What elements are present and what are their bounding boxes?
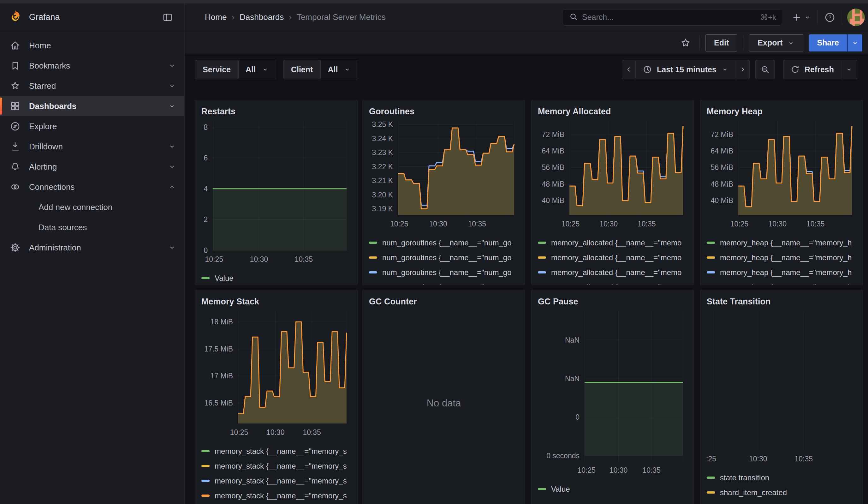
chevron-down-icon[interactable] xyxy=(168,244,176,252)
y-axis-tick: 16.5 MiB xyxy=(204,399,233,407)
panel-title[interactable]: Memory Allocated xyxy=(538,105,688,118)
y-axis-tick: 6 xyxy=(204,154,208,162)
chart-plot-area[interactable]: 10:2510:3010:35 xyxy=(707,311,856,464)
chevron-down-icon xyxy=(787,39,795,47)
legend-item[interactable]: memory_stack {__name__="memory_s xyxy=(202,473,351,488)
legend-item[interactable]: memory_heap {__name__="memory_h xyxy=(707,280,856,285)
legend-item[interactable]: num_goroutines {__name__="num_go xyxy=(369,235,519,250)
legend-item[interactable]: shard_item_created xyxy=(707,485,856,500)
legend-item[interactable]: num_goroutines {__name__="num_go xyxy=(369,250,519,265)
chart-plot-area[interactable]: 8642010:2510:3010:35 xyxy=(202,121,351,265)
panel-gc-pause: GC PauseNaNNaN00 seconds10:2510:3010:35V… xyxy=(531,290,694,504)
x-axis-tick: 10:35 xyxy=(303,428,321,436)
legend-item[interactable]: memory_stack {__name__="memory_s xyxy=(202,488,351,503)
y-axis-tick: 3.25 K xyxy=(372,121,393,128)
chart-plot-area[interactable]: 3.25 K3.24 K3.23 K3.22 K3.21 K3.20 K3.19… xyxy=(369,121,519,229)
panel-title[interactable]: State Transition xyxy=(707,295,856,308)
sidebar-item-bookmarks[interactable]: Bookmarks xyxy=(0,55,184,76)
chart-plot-area[interactable]: NaNNaN00 seconds10:2510:3010:35 xyxy=(538,311,688,476)
dashboard-grid: Restarts8642010:2510:3010:35ValueGorouti… xyxy=(185,85,868,504)
sidebar-item-label: Bookmarks xyxy=(29,61,70,71)
panel-title[interactable]: Memory Stack xyxy=(202,295,351,308)
share-menu-button[interactable] xyxy=(847,34,862,51)
sidebar-item-drilldown[interactable]: Drilldown xyxy=(0,136,184,157)
breadcrumb-home[interactable]: Home xyxy=(205,12,227,22)
legend-item[interactable]: num_goroutines {__name__="num_go xyxy=(369,280,519,285)
sidebar-item-administration[interactable]: Administration xyxy=(0,237,184,258)
variable-client[interactable]: Client All xyxy=(283,60,358,79)
panel-title[interactable]: GC Pause xyxy=(538,295,688,308)
edit-button[interactable]: Edit xyxy=(705,34,737,51)
panel-legend: Value xyxy=(202,271,351,285)
sidebar-item-data-sources[interactable]: Data sources xyxy=(0,217,184,237)
help-button[interactable]: ? xyxy=(822,9,838,26)
new-button[interactable] xyxy=(789,9,814,26)
chevron-down-icon xyxy=(851,39,859,47)
favorite-star-button[interactable] xyxy=(678,34,694,52)
sidebar-item-add-new-connection[interactable]: Add new connection xyxy=(0,197,184,217)
legend-item[interactable]: memory_allocated {__name__="memo xyxy=(538,250,688,265)
chevron-down-icon[interactable] xyxy=(168,62,176,70)
refresh-icon xyxy=(790,65,800,74)
refresh-interval-button[interactable] xyxy=(841,60,857,79)
chevron-down-icon xyxy=(804,13,811,21)
legend-item[interactable]: Value xyxy=(538,482,688,496)
legend-item[interactable]: memory_heap {__name__="memory_h xyxy=(707,265,856,280)
legend-item[interactable]: memory_allocated {__name__="memo xyxy=(538,280,688,285)
variable-service[interactable]: Service All xyxy=(195,60,276,79)
sidebar-item-alerting[interactable]: Alerting xyxy=(0,157,184,177)
chevron-down-icon[interactable] xyxy=(168,102,176,110)
panel-title[interactable]: GC Counter xyxy=(369,295,519,308)
compass-icon xyxy=(10,121,21,132)
sidebar-item-connections[interactable]: Connections xyxy=(0,177,184,197)
variable-value-dropdown[interactable]: All xyxy=(320,60,358,79)
chevron-up-icon[interactable] xyxy=(168,183,176,191)
time-zoom-out-button[interactable] xyxy=(755,60,775,79)
chevron-down-icon[interactable] xyxy=(168,142,176,151)
legend-item[interactable]: state transition xyxy=(707,470,856,485)
legend-series-swatch xyxy=(202,277,209,279)
chart-plot-area[interactable]: 72 MiB64 MiB56 MiB48 MiB40 MiB10:2510:30… xyxy=(538,121,688,229)
sidebar-item-dashboards[interactable]: Dashboards xyxy=(0,96,184,116)
legend-series-label: num_goroutines {__name__="num_go xyxy=(382,238,519,247)
search-input[interactable] xyxy=(582,13,761,22)
legend-item[interactable]: num_goroutines {__name__="num_go xyxy=(369,265,519,280)
chart-plot-area[interactable]: 72 MiB64 MiB56 MiB48 MiB40 MiB10:2510:30… xyxy=(707,121,856,229)
panel-title[interactable]: Goroutines xyxy=(369,105,519,118)
time-back-button[interactable] xyxy=(622,60,636,79)
user-avatar[interactable] xyxy=(847,9,865,26)
breadcrumb-separator: › xyxy=(232,12,235,22)
legend-item[interactable]: memory_heap {__name__="memory_h xyxy=(707,250,856,265)
x-axis-tick: 10:30 xyxy=(250,255,268,263)
share-button[interactable]: Share xyxy=(809,34,847,51)
chevron-down-icon xyxy=(261,66,269,73)
legend-item[interactable]: memory_allocated {__name__="memo xyxy=(538,265,688,280)
variable-value-dropdown[interactable]: All xyxy=(238,60,276,79)
svg-text:?: ? xyxy=(828,14,831,20)
chevron-down-icon[interactable] xyxy=(168,163,176,171)
legend-item[interactable]: memory_allocated {__name__="memo xyxy=(538,235,688,250)
sidebar-item-explore[interactable]: Explore xyxy=(0,116,184,136)
legend-item[interactable]: Value xyxy=(202,271,351,285)
sidebar-collapse-button[interactable] xyxy=(159,9,176,26)
grafana-logo[interactable] xyxy=(8,10,23,25)
chevron-down-icon[interactable] xyxy=(168,82,176,90)
export-button[interactable]: Export xyxy=(749,34,803,51)
panel-title[interactable]: Restarts xyxy=(202,105,351,118)
legend-item[interactable]: memory_stack {__name__="memory_s xyxy=(202,459,351,473)
sidebar-item-starred[interactable]: Starred xyxy=(0,76,184,96)
x-axis-tick: 10:35 xyxy=(806,220,825,228)
legend-item[interactable]: memory_stack {__name__="memory_s xyxy=(202,444,351,459)
legend-item[interactable]: memory_heap {__name__="memory_h xyxy=(707,235,856,250)
breadcrumb-dashboards[interactable]: Dashboards xyxy=(240,12,284,22)
refresh-button[interactable]: Refresh xyxy=(783,60,841,79)
time-range-picker[interactable]: Last 15 minutes xyxy=(636,60,736,79)
sidebar-item-home[interactable]: Home xyxy=(0,35,184,55)
y-axis-tick: 64 MiB xyxy=(541,147,564,155)
panel-title[interactable]: Memory Heap xyxy=(707,105,856,118)
search-box[interactable]: ⌘+k xyxy=(563,9,782,25)
time-forward-button[interactable] xyxy=(736,60,750,79)
sidebar-item-label: Alerting xyxy=(29,162,57,172)
chart-plot-area[interactable]: 18 MiB17.5 MiB17 MiB16.5 MiB10:2510:3010… xyxy=(202,311,351,438)
y-axis-tick: 3.22 K xyxy=(372,163,393,171)
